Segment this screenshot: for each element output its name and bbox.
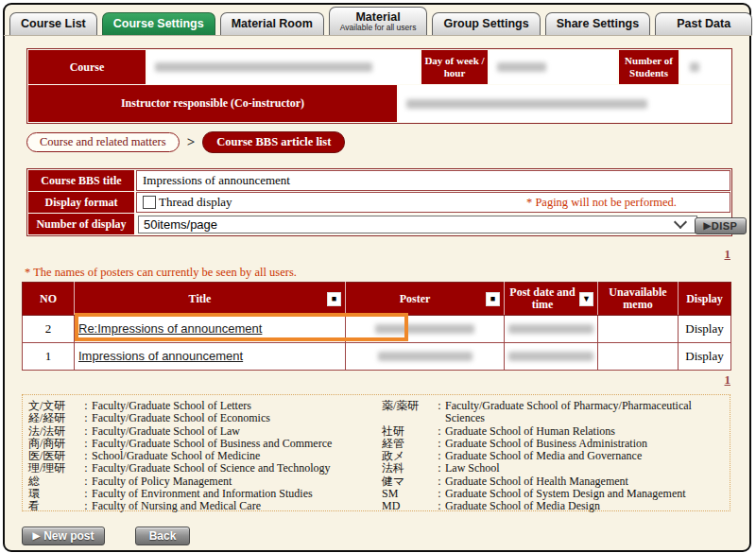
breadcrumb-parent-button[interactable]: Course and related matters bbox=[26, 132, 180, 152]
posters-visibility-note: * The names of posters can currently be … bbox=[25, 266, 297, 280]
col-poster-label: Poster bbox=[350, 293, 480, 305]
row-memo-cell bbox=[598, 316, 679, 343]
items-per-page-select[interactable]: 50items/page bbox=[138, 216, 697, 233]
thread-display-checkbox[interactable] bbox=[143, 196, 156, 209]
tab-label: Material bbox=[355, 11, 400, 24]
legend-left-column: 文/文研:Faculty/Graduate School of Letters … bbox=[28, 400, 378, 513]
legend-item: 経管:Graduate School of Business Administr… bbox=[382, 438, 727, 450]
tab-share-settings[interactable]: Share Settings bbox=[545, 12, 651, 35]
tab-past-data[interactable]: Past Data bbox=[655, 12, 752, 35]
tab-label: Share Settings bbox=[557, 18, 640, 30]
col-memo: Unavailable memo bbox=[598, 283, 679, 316]
row-poster-cell bbox=[346, 316, 505, 343]
course-value-cell bbox=[147, 50, 420, 84]
redacted-instructor-names bbox=[406, 99, 647, 109]
day-of-week-label: Day of week / hour bbox=[421, 50, 488, 84]
new-post-button[interactable]: ▶New post bbox=[22, 527, 105, 545]
course-label: Course bbox=[28, 50, 146, 84]
table-row: 2 Re:Impressions of announcement Display bbox=[23, 316, 731, 343]
page-1-link[interactable]: 1 bbox=[725, 247, 731, 261]
pagination-bottom: 1 bbox=[614, 371, 730, 388]
tab-course-list[interactable]: Course List bbox=[9, 12, 97, 35]
legend-item: 健マ:Graduate School of Health Management bbox=[382, 475, 727, 488]
tab-material[interactable]: Material Available for all users bbox=[329, 7, 428, 35]
col-display: Display bbox=[679, 283, 731, 316]
row-memo-cell bbox=[598, 343, 679, 371]
tabstrip: Course List Course Settings Material Roo… bbox=[9, 7, 748, 35]
paging-note: * Paging will not be performed. bbox=[526, 196, 677, 210]
breadcrumb-current: Course BBS article list bbox=[202, 131, 345, 153]
redacted-post-date bbox=[508, 352, 593, 361]
triangle-right-icon: ▶ bbox=[32, 531, 40, 541]
bbs-title-label: Course BBS title bbox=[28, 170, 134, 191]
article-title-link[interactable]: Re:Impressions of announcement bbox=[78, 321, 262, 336]
sort-title-icon[interactable]: ■ bbox=[327, 292, 341, 306]
legend-item: 政メ:Graduate School of Media and Governan… bbox=[382, 450, 727, 462]
legend-item: 文/文研:Faculty/Graduate School of Letters bbox=[28, 400, 378, 412]
table-header-row: NO Title■ Poster■ Post date and time▼ Un… bbox=[23, 283, 731, 316]
col-title-label: Title bbox=[78, 293, 321, 305]
col-date-label: Post date and time bbox=[508, 286, 576, 311]
day-of-week-value-cell bbox=[490, 50, 617, 84]
number-of-display-label: Number of display bbox=[28, 214, 134, 234]
row-date-cell bbox=[505, 316, 598, 343]
pagination-top: 1 bbox=[614, 245, 730, 262]
legend-item: 社研:Graduate School of Human Relations bbox=[382, 425, 727, 438]
legend-item: MD:Graduate School of Media Design bbox=[382, 500, 727, 512]
breadcrumb-arrow-icon: > bbox=[187, 134, 196, 150]
redacted-poster-name bbox=[375, 324, 474, 334]
col-no: NO bbox=[23, 283, 75, 316]
disp-button-label: DISP bbox=[712, 220, 738, 232]
row-title-cell: Re:Impressions of announcement bbox=[75, 316, 346, 343]
legend-item: SM:Graduate School of System Design and … bbox=[382, 488, 727, 500]
display-format-label: Display format bbox=[28, 192, 134, 213]
tab-sublabel: Available for all users bbox=[340, 24, 417, 32]
legend-item: 薬/薬研:Faculty/Graduate School of Pharmacy… bbox=[382, 400, 727, 425]
students-value-cell bbox=[680, 50, 730, 84]
bbs-title-value: Impressions of announcement bbox=[136, 170, 730, 191]
bbs-settings-form: Course BBS title Impressions of announce… bbox=[26, 168, 732, 236]
tab-course-settings[interactable]: Course Settings bbox=[102, 12, 215, 35]
disp-button[interactable]: ▶DISP bbox=[695, 217, 747, 234]
breadcrumb: Course and related matters > Course BBS … bbox=[26, 131, 345, 153]
col-poster: Poster■ bbox=[346, 283, 505, 316]
tab-label: Course List bbox=[21, 18, 86, 30]
instructor-value-cell bbox=[399, 85, 730, 122]
triangle-right-icon: ▶ bbox=[704, 221, 712, 231]
article-title-link[interactable]: Impressions of announcement bbox=[78, 349, 243, 363]
tab-group-settings[interactable]: Group Settings bbox=[432, 12, 540, 35]
tab-label: Course Settings bbox=[113, 18, 204, 30]
col-date: Post date and time▼ bbox=[505, 283, 598, 316]
redacted-students-count bbox=[690, 62, 699, 72]
redacted-course-name bbox=[155, 62, 372, 72]
page: Course List Course Settings Material Roo… bbox=[0, 0, 756, 553]
row-no: 2 bbox=[23, 316, 75, 343]
number-of-display-cell: 50items/page bbox=[136, 214, 730, 234]
col-title: Title■ bbox=[75, 283, 346, 316]
page-1-link[interactable]: 1 bbox=[725, 372, 731, 387]
row-display-link[interactable]: Display bbox=[679, 316, 731, 343]
instructor-label: Instructor responsible (Co-instructor) bbox=[28, 85, 397, 122]
course-info-table: Course Day of week / hour Number of Stud… bbox=[26, 48, 732, 124]
tabstrip-baseline bbox=[4, 35, 752, 36]
back-button[interactable]: Back bbox=[135, 527, 190, 545]
legend-item: 医/医研:School/Graduate School of Medicine bbox=[28, 450, 378, 462]
tab-label: Group Settings bbox=[443, 18, 528, 30]
legend-item: 環:Faculty of Environment and Information… bbox=[28, 488, 378, 500]
legend-right-column: 薬/薬研:Faculty/Graduate School of Pharmacy… bbox=[382, 400, 727, 513]
legend-item: 商/商研:Faculty/Graduate School of Business… bbox=[28, 438, 378, 450]
faculty-legend: 文/文研:Faculty/Graduate School of Letters … bbox=[22, 394, 730, 511]
tab-label: Material Room bbox=[232, 18, 313, 30]
redacted-poster-name bbox=[378, 352, 472, 361]
row-title-cell: Impressions of announcement bbox=[75, 343, 346, 371]
row-display-link[interactable]: Display bbox=[679, 343, 731, 371]
display-format-cell: Thread display * Paging will not be perf… bbox=[136, 192, 730, 213]
legend-item: 看:Faculty of Nursing and Medical Care bbox=[28, 500, 378, 512]
tab-material-room[interactable]: Material Room bbox=[220, 12, 324, 35]
table-row: 1 Impressions of announcement Display bbox=[23, 343, 731, 371]
sort-date-desc-icon[interactable]: ▼ bbox=[579, 292, 593, 306]
redacted-post-date bbox=[508, 324, 593, 334]
back-button-label: Back bbox=[149, 529, 177, 543]
tab-label: Past Data bbox=[677, 18, 730, 30]
sort-poster-icon[interactable]: ■ bbox=[486, 292, 500, 306]
